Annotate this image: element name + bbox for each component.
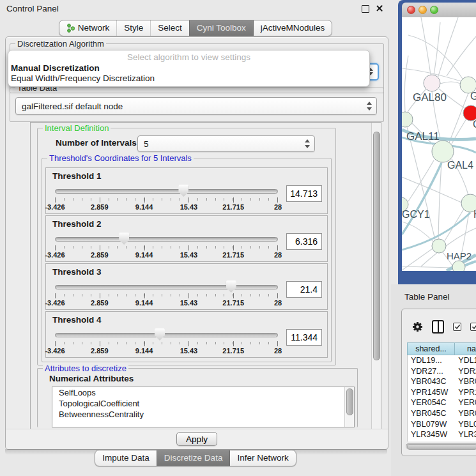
table-cell[interactable]: YBR0	[455, 376, 476, 387]
table-cell[interactable]: YDL19...	[408, 355, 455, 366]
threshold-value-input[interactable]	[286, 329, 322, 346]
attribute-list-item[interactable]: TopologicalCoefficient	[52, 398, 354, 409]
scrollbar-thumb[interactable]	[373, 132, 380, 360]
tick-label: 2.859	[91, 299, 109, 307]
table-cell[interactable]: YLR3	[455, 429, 476, 440]
zoom-traffic-light-icon[interactable]	[430, 6, 438, 14]
table-cell[interactable]: YDR27...	[408, 366, 455, 377]
checkbox-icon[interactable]	[470, 323, 476, 331]
slider-tick-labels: -3.4262.8599.14415.4321.71528	[55, 299, 278, 307]
table-cell[interactable]: YBR045C	[408, 408, 455, 419]
group-title: Interval Definition	[43, 123, 111, 133]
apply-button[interactable]: Apply	[176, 432, 217, 446]
table-horizontal-scrollbar[interactable]	[406, 443, 476, 449]
tab-impute-data[interactable]: Impute Data	[95, 450, 157, 466]
table-cell[interactable]: YPR1	[455, 387, 476, 398]
table-row[interactable]: YBR045CYBR0	[408, 408, 476, 419]
table-cell[interactable]: YIL052C	[408, 440, 455, 441]
network-node[interactable]	[452, 261, 465, 271]
network-node-gal80[interactable]	[424, 75, 440, 91]
table-row[interactable]: YER054CYER0	[408, 397, 476, 408]
settings-scrollpane: Interval Definition Number of Intervals …	[30, 122, 381, 431]
checkbox-icon[interactable]	[453, 323, 461, 331]
network-node-hap2[interactable]	[432, 239, 446, 253]
dropdown-placeholder-option[interactable]: Select algorithm to view settings	[8, 50, 369, 63]
settings-scrollbar[interactable]	[371, 123, 381, 431]
table-cell[interactable]: YPR145W	[408, 387, 455, 398]
slider-thumb[interactable]	[119, 233, 129, 245]
network-window-titlebar	[402, 3, 476, 18]
table-row[interactable]: YPR145WYPR1	[408, 387, 476, 398]
slider-tick-labels: -3.4262.8599.14415.4321.71528	[55, 251, 278, 259]
tab-infer-network[interactable]: Infer Network	[229, 450, 295, 466]
dropdown-option-manual[interactable]: Manual Discretization	[8, 63, 369, 73]
threshold-slider[interactable]: -3.4262.8599.14415.4321.71528	[55, 231, 278, 259]
attribute-list-item[interactable]: SelfLoops	[52, 387, 354, 398]
threshold-slider[interactable]: -3.4262.8599.14415.4321.71528	[55, 327, 278, 355]
table-cell[interactable]: YLR345W	[408, 429, 455, 440]
table-row[interactable]: YDL19...YDL1	[408, 355, 476, 366]
tab-style[interactable]: Style	[116, 20, 150, 36]
threshold-slider[interactable]: -3.4262.8599.14415.4321.71528	[55, 279, 278, 307]
number-of-intervals-combobox[interactable]: 5	[137, 135, 315, 152]
slider-tick-labels: -3.4262.8599.14415.4321.71528	[55, 347, 278, 355]
table-row[interactable]: YIL052CYIL0	[408, 440, 476, 441]
column-header-name[interactable]: na	[455, 342, 476, 355]
network-canvas[interactable]: GAL80G.CGAL11GAL4GCY1HHAP2	[402, 17, 476, 271]
group-title: Discretization Algorithm	[15, 39, 106, 49]
table-cell[interactable]: YBL0	[455, 419, 476, 430]
scrollbar-thumb[interactable]	[407, 444, 476, 450]
table-data-combobox[interactable]: galFiltered.sif default node	[15, 97, 377, 115]
threshold-panel: Threshold 4 -3.4262.8599.14415.4321.7152…	[45, 311, 328, 358]
attribute-list-item[interactable]: BetweennessCentrality	[52, 409, 354, 420]
dropdown-option-equal-width[interactable]: Equal Width/Frequency Discretization	[8, 73, 369, 84]
tab-discretize-data[interactable]: Discretize Data	[157, 450, 230, 466]
numerical-attributes-list[interactable]: SelfLoopsTopologicalCoefficientBetweenne…	[52, 387, 355, 427]
threshold-value-input[interactable]	[286, 281, 322, 298]
table-cell[interactable]: YBL079W	[408, 419, 455, 430]
slider-track[interactable]	[55, 333, 278, 337]
slider-track[interactable]	[55, 285, 278, 289]
tab-select[interactable]: Select	[150, 20, 189, 36]
table-row[interactable]: YDR27...YDR2	[408, 366, 476, 377]
table-row[interactable]: YBL079WYBL0	[408, 419, 476, 430]
table-cell[interactable]: YDR2	[455, 366, 476, 377]
tick-label: 21.715	[222, 251, 244, 259]
tab-jactivemnodules[interactable]: jActiveMNodules	[253, 20, 332, 36]
split-table-icon[interactable]	[432, 320, 444, 334]
column-header-shared-name[interactable]: shared...	[407, 342, 455, 355]
gear-icon[interactable]	[412, 321, 423, 332]
table-row[interactable]: YBR043CYBR0	[408, 376, 476, 387]
list-scrollbar[interactable]	[344, 387, 354, 427]
network-icon	[66, 24, 75, 33]
table-cell[interactable]: YBR043C	[408, 376, 455, 387]
minimize-traffic-light-icon[interactable]	[418, 6, 427, 14]
slider-track[interactable]	[55, 189, 278, 194]
slider-ticks	[55, 245, 278, 251]
network-node-gal4[interactable]	[432, 141, 454, 162]
threshold-slider[interactable]: -3.4262.8599.14415.4321.71528	[55, 183, 278, 211]
threshold-value-input[interactable]	[286, 185, 322, 202]
slider-thumb[interactable]	[155, 328, 165, 341]
threshold-label: Threshold 1	[52, 171, 102, 181]
close-window-icon[interactable]	[376, 4, 383, 12]
apply-row: Apply	[6, 429, 388, 449]
table-row[interactable]: YLR345WYLR3	[408, 429, 476, 440]
slider-thumb[interactable]	[178, 185, 188, 197]
list-items: SelfLoopsTopologicalCoefficientBetweenne…	[52, 387, 354, 420]
table-cell[interactable]: YBR0	[455, 408, 476, 419]
float-window-icon[interactable]	[362, 5, 369, 13]
table-cell[interactable]: YIL0	[455, 440, 476, 441]
table-cell[interactable]: YER054C	[408, 397, 455, 408]
scrollbar-thumb[interactable]	[346, 388, 353, 415]
threshold-value-input[interactable]	[286, 233, 322, 250]
slider-thumb[interactable]	[226, 280, 236, 293]
node-label: G.	[470, 91, 476, 102]
tab-network[interactable]: Network	[59, 20, 117, 36]
slider-track[interactable]	[55, 237, 278, 242]
tab-cyni-toolbox[interactable]: Cyni Toolbox	[189, 20, 253, 36]
table-cell[interactable]: YDL1	[455, 355, 476, 366]
network-node-gal11[interactable]	[402, 112, 413, 127]
table-cell[interactable]: YER0	[455, 397, 476, 408]
close-traffic-light-icon[interactable]	[407, 6, 415, 14]
